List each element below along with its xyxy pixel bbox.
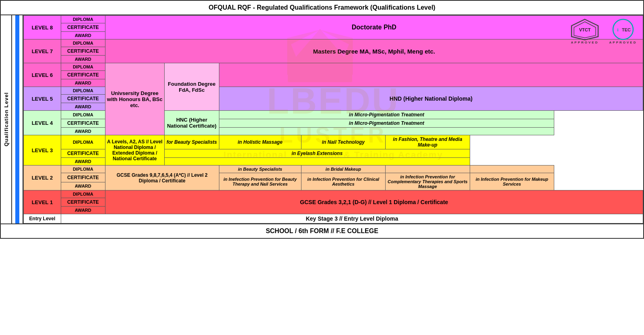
level4-award-empty <box>219 128 554 135</box>
level7-diploma: DIPLOMA <box>61 39 105 47</box>
level2-beauty-spec: in Beauty Specialists <box>219 165 301 173</box>
arrow-column <box>12 15 23 223</box>
entry-level-label: Entry Level <box>24 214 61 223</box>
level2-label: LEVEL 2 <box>24 165 61 190</box>
level4-diploma: DIPLOMA <box>61 111 105 119</box>
level3-beauty: for Beauty Specialists <box>164 135 219 149</box>
level1-award: AWARD <box>61 207 105 214</box>
level3-nail: in Nail Technology <box>301 135 385 149</box>
university-cell: Univsersity Degree with Honours BA, BSc … <box>105 63 164 135</box>
level2-diploma-row: LEVEL 2 DIPLOMA GCSE Grades 9,8,7,6,5,4 … <box>24 165 643 173</box>
level7-diploma-row: LEVEL 7 DIPLOMA Masters Degree MA, MSc, … <box>24 39 643 47</box>
level1-content: GCSE Grades 3,2,1 (D-G) // Level 1 Diplo… <box>105 190 643 214</box>
level5-diploma: DIPLOMA <box>61 87 105 95</box>
level3-holistic: in Holistic Massage <box>219 135 301 149</box>
entry-level-row: Entry Level Key Stage 3 // Entry Level D… <box>24 214 643 223</box>
vtct-logo: VTCT APPROVED <box>571 19 599 44</box>
level5-label: LEVEL 5 <box>24 87 61 111</box>
level3-award: AWARD <box>61 158 105 165</box>
level4-hnc: HNC (Higher National Certificate) <box>164 111 219 135</box>
level1-certificate: CERTIFICATE <box>61 198 105 207</box>
level8-label: LEVEL 8 <box>24 16 61 39</box>
level1-diploma-row: LEVEL 1 DIPLOMA GCSE Grades 3,2,1 (D-G) … <box>24 190 643 198</box>
level2-bridal: in Bridal Makeup <box>301 165 385 173</box>
level4-micro-diploma: in Micro-Pigmentation Treatment <box>219 111 554 119</box>
level8-certificate: CERTIFICATE <box>61 23 105 32</box>
qualifications-table: LEVEL 8 DIPLOMA Doctorate PhD CERTIFICAT… <box>23 15 643 223</box>
level5-hnd: HND (Higher National Diploma) <box>219 87 643 111</box>
level3-label: LEVEL 3 <box>24 135 61 165</box>
level7-award: AWARD <box>61 56 105 63</box>
qual-level-label: Qualification Level <box>1 15 12 223</box>
level3-diploma-row: LEVEL 3 DIPLOMA A Levels, A2, AS // Leve… <box>24 135 643 149</box>
level8-diploma: DIPLOMA <box>61 16 105 23</box>
page-title: OFQUAL RQF - Regulated Qualifications Fr… <box>1 1 643 15</box>
level2-certificate: CERTIFICATE <box>61 173 105 182</box>
level6-label: LEVEL 6 <box>24 63 61 87</box>
svg-text:i: i <box>617 27 618 32</box>
entry-level-content: Key Stage 3 // Entry Level Diploma <box>61 214 643 223</box>
footer-title: SCHOOL / 6th FORM // F.E COLLEGE <box>1 223 643 238</box>
foundation-cell: Foundation Degree FdA, FdSc <box>164 63 219 111</box>
level1-diploma: DIPLOMA <box>61 190 105 198</box>
level2-infection-clinical: in Infection Prevention for Clinical Aes… <box>301 173 385 190</box>
level6-diploma-row: LEVEL 6 DIPLOMA Univsersity Degree with … <box>24 63 643 71</box>
level6-certificate: CERTIFICATE <box>61 71 105 79</box>
level4-certificate: CERTIFICATE <box>61 119 105 128</box>
level3-award-empty <box>164 158 470 165</box>
level3-fashion: in Fashion, Theatre and Media Make-up <box>386 135 470 149</box>
level2-infection-comp: in Infection Prevention for Complementar… <box>386 173 470 190</box>
level4-award: AWARD <box>61 128 105 135</box>
level2-award: AWARD <box>61 182 105 190</box>
level7-certificate: CERTIFICATE <box>61 47 105 56</box>
level3-certificate: CERTIFICATE <box>61 149 105 158</box>
main-container: OFQUAL RQF - Regulated Qualifications Fr… <box>0 0 644 239</box>
level4-label: LEVEL 4 <box>24 111 61 135</box>
level3-alevels: A Levels, A2, AS // Level National Diplo… <box>105 135 164 165</box>
level7-label: LEVEL 7 <box>24 39 61 63</box>
level6-diploma: DIPLOMA <box>61 63 105 71</box>
level2-gcse: GCSE Grades 9,8,7,6,5,4 (A*C) // Level 2… <box>105 165 219 190</box>
level6-award: AWARD <box>61 79 105 87</box>
level3-eyelash: in Eyelash Extensions <box>164 149 470 158</box>
level2-diploma: DIPLOMA <box>61 165 105 173</box>
level5-award: AWARD <box>61 103 105 111</box>
svg-text:VTCT: VTCT <box>579 27 591 32</box>
level8-award: AWARD <box>61 32 105 39</box>
level8-diploma-row: LEVEL 8 DIPLOMA Doctorate PhD <box>24 16 643 23</box>
svg-text:TEC: TEC <box>622 27 631 32</box>
level3-diploma: DIPLOMA <box>61 135 105 149</box>
level2-infection-makeup: in Infection Prevention for Makeup Servi… <box>470 173 554 190</box>
level8-content: Doctorate PhD <box>105 16 643 39</box>
level1-label: LEVEL 1 <box>24 190 61 214</box>
itec-logo: i TEC APPROVED <box>607 19 639 44</box>
level2-infection-beauty: in Inefection Prevention for Beauty Ther… <box>219 173 301 190</box>
logos-area: VTCT APPROVED i TEC APPROVED <box>571 19 639 44</box>
level2-diploma-e6 <box>470 165 554 173</box>
level7-content: Masters Degree MA, MSc, Mphil, Meng etc. <box>105 39 643 63</box>
level2-diploma-e5 <box>386 165 470 173</box>
level4-micro-cert: in Micro-Pigmentation Treatment <box>219 119 554 128</box>
level5-certificate: CERTIFICATE <box>61 95 105 103</box>
level6-empty <box>219 63 643 87</box>
